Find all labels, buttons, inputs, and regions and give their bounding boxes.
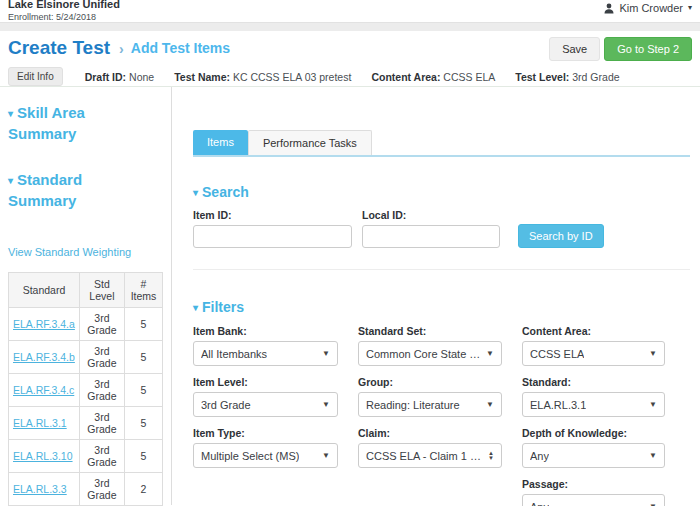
item-id-input[interactable] — [193, 225, 352, 248]
caret-down-icon: ▾ — [193, 302, 198, 313]
standard-link[interactable]: ELA.RF.3.4.b — [13, 351, 75, 363]
item-id-label: Item ID: — [193, 209, 352, 221]
standard-summary-toggle[interactable]: ▾Standard Summary — [8, 170, 128, 210]
breadcrumb-chevron-icon: › — [119, 41, 124, 57]
empty-cell — [358, 478, 502, 506]
group-filter: Group: Reading: Literature▼ — [358, 376, 502, 417]
std-level-cell: 3rd Grade — [79, 341, 124, 374]
item-bank-filter: Item Bank: All Itembanks▼ — [193, 325, 338, 366]
standard-link[interactable]: ELA.RL.3.10 — [13, 450, 73, 462]
group-select[interactable]: Reading: Literature▼ — [358, 392, 502, 417]
standard-link[interactable]: ELA.RF.3.4.c — [13, 384, 74, 396]
std-level-cell: 3rd Grade — [79, 374, 124, 407]
page-header: Create Test › Add Test Items Save Go to … — [0, 31, 700, 87]
local-id-label: Local ID: — [362, 209, 500, 221]
local-id-input[interactable] — [362, 225, 500, 248]
table-row: ELA.RL.3.1 3rd Grade 5 — [9, 407, 163, 440]
user-name: Kim Crowder — [619, 2, 683, 14]
caret-down-icon: ▼ — [649, 400, 657, 409]
standard-link[interactable]: ELA.RL.3.3 — [13, 483, 67, 495]
save-button[interactable]: Save — [549, 37, 600, 61]
filters-section-toggle[interactable]: ▾Filters — [193, 299, 690, 315]
standard-filter: Standard: ELA.RL.3.1▼ — [522, 376, 665, 417]
depth-of-knowledge-select[interactable]: Any▼ — [522, 443, 665, 468]
user-menu[interactable]: Kim Crowder ▾ — [604, 2, 692, 22]
section-divider — [193, 269, 690, 270]
caret-down-icon: ▼ — [322, 349, 330, 358]
table-row: ELA.RL.3.3 3rd Grade 2 — [9, 473, 163, 506]
org-block: Lake Elsinore Unified Enrollment: 5/24/2… — [8, 0, 120, 22]
table-row: ELA.RL.3.10 3rd Grade 5 — [9, 440, 163, 473]
view-standard-weighting-link[interactable]: View Standard Weighting — [8, 246, 131, 258]
content-area-filter: Content Area: CCSS ELA▼ — [522, 325, 665, 366]
num-items-cell: 5 — [124, 440, 162, 473]
num-items-cell: 2 — [124, 473, 162, 506]
page-title: Create Test — [8, 37, 110, 59]
item-type-filter: Item Type: Multiple Select (MS)▼ — [193, 427, 338, 468]
search-section-toggle[interactable]: ▾Search — [193, 184, 690, 200]
std-level-cell: 3rd Grade — [79, 440, 124, 473]
num-items-cell: 5 — [124, 341, 162, 374]
num-items-cell: 5 — [124, 308, 162, 341]
page-subtitle: Add Test Items — [131, 40, 230, 56]
item-type-select[interactable]: Multiple Select (MS)▼ — [193, 443, 338, 468]
standard-set-select[interactable]: Common Core State Standards▼ — [358, 341, 502, 366]
depth-of-knowledge-filter: Depth of Knowledge: Any▼ — [522, 427, 665, 468]
item-bank-select[interactable]: All Itembanks▼ — [193, 341, 338, 366]
std-level-cell: 3rd Grade — [79, 407, 124, 440]
column-header-num-items: # Items — [124, 273, 162, 308]
table-row: ELA.RF.3.4.a 3rd Grade 5 — [9, 308, 163, 341]
top-bar: Lake Elsinore Unified Enrollment: 5/24/2… — [0, 0, 700, 22]
go-to-step-2-button[interactable]: Go to Step 2 — [604, 37, 692, 61]
edit-info-button[interactable]: Edit Info — [8, 67, 63, 86]
caret-down-icon: ▼ — [322, 400, 330, 409]
item-level-filter: Item Level: 3rd Grade▼ — [193, 376, 338, 417]
standard-set-filter: Standard Set: Common Core State Standard… — [358, 325, 502, 366]
search-by-id-button[interactable]: Search by ID — [518, 224, 604, 248]
standard-link[interactable]: ELA.RL.3.1 — [13, 417, 67, 429]
tab-performance-tasks[interactable]: Performance Tasks — [248, 130, 372, 155]
table-row: ELA.RF.3.4.c 3rd Grade 5 — [9, 374, 163, 407]
caret-down-icon: ▼ — [486, 349, 494, 358]
caret-down-icon: ▼ — [486, 400, 494, 409]
caret-down-icon: ▾ — [193, 187, 198, 198]
item-level-select[interactable]: 3rd Grade▼ — [193, 392, 338, 417]
claim-filter: Claim: CCSS ELA - Claim 1 Reading▲▼ — [358, 427, 502, 468]
sidebar: ▾Skill Area Summary ▾Standard Summary Vi… — [0, 87, 172, 505]
column-header-std-level: Std Level — [79, 273, 124, 308]
user-menu-caret-icon: ▾ — [688, 3, 692, 12]
caret-down-icon: ▾ — [8, 175, 13, 186]
caret-down-icon: ▼ — [649, 349, 657, 358]
column-header-standard: Standard — [9, 273, 80, 308]
tab-bar: Items Performance Tasks — [193, 130, 690, 157]
skill-area-summary-toggle[interactable]: ▾Skill Area Summary — [8, 103, 128, 143]
passage-select[interactable]: Any▼ — [522, 494, 665, 506]
draft-id-info: Draft ID: None — [85, 71, 154, 83]
test-level-info: Test Level: 3rd Grade — [515, 71, 619, 83]
test-info-summary: Draft ID: None Test Name: KC CCSS ELA 03… — [85, 71, 620, 83]
claim-select[interactable]: CCSS ELA - Claim 1 Reading▲▼ — [358, 443, 502, 468]
num-items-cell: 5 — [124, 374, 162, 407]
caret-up-down-icon: ▲▼ — [488, 451, 494, 461]
test-name-info: Test Name: KC CCSS ELA 03 pretest — [174, 71, 351, 83]
table-row: ELA.RF.3.4.b 3rd Grade 5 — [9, 341, 163, 374]
main-panel: Items Performance Tasks ▾Search Item ID:… — [172, 87, 700, 505]
content-area-info: Content Area: CCSS ELA — [371, 71, 495, 83]
table-header-row: Standard Std Level # Items — [9, 273, 163, 308]
standard-select[interactable]: ELA.RL.3.1▼ — [522, 392, 665, 417]
filters-grid: Item Bank: All Itembanks▼ Standard Set: … — [193, 325, 690, 506]
content-area-select[interactable]: CCSS ELA▼ — [522, 341, 665, 366]
std-level-cell: 3rd Grade — [79, 308, 124, 341]
page-background-strip — [0, 22, 700, 31]
standard-summary-table: Standard Std Level # Items ELA.RF.3.4.a … — [8, 272, 163, 506]
search-form: Item ID: Local ID: Search by ID — [193, 209, 690, 248]
caret-down-icon: ▼ — [649, 502, 657, 506]
standard-link[interactable]: ELA.RF.3.4.a — [13, 318, 75, 330]
caret-down-icon: ▾ — [8, 108, 13, 119]
tab-items[interactable]: Items — [193, 130, 248, 155]
empty-cell — [193, 478, 338, 506]
caret-down-icon: ▼ — [649, 451, 657, 460]
std-level-cell: 3rd Grade — [79, 473, 124, 506]
enrollment-date: Enrollment: 5/24/2018 — [8, 12, 120, 22]
user-icon — [604, 2, 614, 16]
